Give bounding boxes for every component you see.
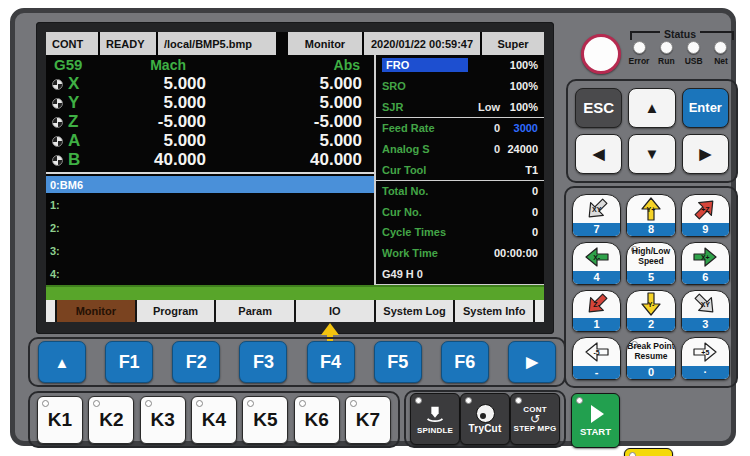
tab-scroll-left[interactable] bbox=[46, 300, 55, 322]
k1-button[interactable]: K1 bbox=[37, 396, 83, 444]
key-number: 1 bbox=[573, 318, 620, 331]
abs-column-header: Abs bbox=[242, 57, 374, 73]
esc-button[interactable]: ESC bbox=[575, 88, 622, 128]
key-led-icon bbox=[299, 400, 306, 407]
key-0-breakpoint-resume[interactable]: Break PointResume 0 bbox=[626, 337, 675, 380]
program-line: 4: bbox=[46, 262, 374, 285]
fro-label: FRO bbox=[382, 58, 468, 72]
led-error: Error bbox=[626, 41, 652, 66]
mode-cont-step-mpg-button[interactable]: CONT ↺ STEP MPG bbox=[510, 393, 560, 445]
abs-value: -5.000 bbox=[242, 112, 374, 132]
key-6-jog-x-plus[interactable]: X+ 6 bbox=[681, 242, 730, 285]
status-title-text: Status bbox=[660, 28, 700, 40]
axis-row-z: Z -5.000 -5.000 bbox=[46, 112, 374, 131]
run-led-icon bbox=[660, 41, 673, 54]
key-5-high-low-speed[interactable]: High/LowSpeed 5 bbox=[626, 242, 675, 285]
power-button[interactable] bbox=[581, 34, 621, 74]
enter-button[interactable]: Enter bbox=[682, 88, 729, 128]
key-3-jog-xy[interactable]: XY 3 bbox=[681, 290, 730, 333]
k6-button[interactable]: K6 bbox=[294, 396, 340, 444]
key-label-line: Break Point bbox=[627, 341, 674, 351]
key-number: 9 bbox=[682, 223, 729, 236]
info-row-cycletimes: Cycle Times 0 bbox=[376, 222, 544, 243]
feedrate-current: 0 bbox=[494, 122, 500, 134]
analogs-current: 0 bbox=[494, 143, 500, 155]
tab-system-info[interactable]: System Info bbox=[455, 300, 533, 322]
key-7-jog-xy[interactable]: XY 7 bbox=[572, 194, 621, 237]
tab-io[interactable]: IO bbox=[296, 300, 374, 322]
key-led-icon bbox=[196, 400, 203, 407]
tab-program[interactable]: Program bbox=[137, 300, 215, 322]
k5-button[interactable]: K5 bbox=[242, 396, 288, 444]
led-label: Net bbox=[714, 56, 728, 66]
key-led-icon bbox=[247, 400, 254, 407]
info-row-analogs: Analog S 0 24000 bbox=[376, 139, 544, 160]
spindle-icon bbox=[424, 404, 446, 426]
led-run: Run bbox=[653, 41, 679, 66]
key-number: 7 bbox=[573, 223, 620, 236]
ready-indicator: READY bbox=[100, 32, 156, 55]
f5-button[interactable]: F5 bbox=[374, 341, 422, 383]
info-row-curtool: Cur Tool T1 bbox=[376, 159, 544, 180]
page-up-button[interactable]: ▲ bbox=[38, 341, 86, 383]
sjr-label: SJR bbox=[382, 101, 474, 113]
jog-keypad: XY 7 Y+ 8 +Z 9 X- 4 High/LowSpeed 5 X+ 6… bbox=[564, 186, 738, 388]
trycut-button[interactable]: TryCut bbox=[460, 393, 510, 445]
right-arrow-button[interactable]: ▶ bbox=[682, 134, 729, 175]
axis-letter: X bbox=[68, 74, 79, 94]
f4-button[interactable]: F4 bbox=[307, 341, 355, 383]
left-arrow-button[interactable]: ◀ bbox=[575, 134, 622, 175]
k7-button[interactable]: K7 bbox=[345, 396, 391, 444]
function-key-row: ▲ F1 F2 F3 F4 F5 F6 ▶ bbox=[28, 337, 566, 387]
info-row-curno: Cur No. 0 bbox=[376, 201, 544, 222]
key-led-icon bbox=[415, 397, 422, 404]
mach-value: -5.000 bbox=[110, 112, 242, 132]
start-label: START bbox=[580, 426, 611, 437]
key-minus-step-down[interactable]: -5 - bbox=[572, 337, 621, 380]
mach-value: 40.000 bbox=[110, 150, 242, 170]
k3-button[interactable]: K3 bbox=[140, 396, 186, 444]
tab-param[interactable]: Param bbox=[216, 300, 294, 322]
info-row-sro: SRO 100% bbox=[376, 76, 544, 97]
up-arrow-button[interactable]: ▲ bbox=[628, 88, 675, 128]
axis-letter: A bbox=[68, 131, 80, 151]
key-8-jog-y-plus[interactable]: Y+ 8 bbox=[626, 194, 675, 237]
jog-axis-label: Y- bbox=[648, 301, 655, 308]
key-1-jog-z-minus[interactable]: Z- 1 bbox=[572, 290, 621, 333]
f2-button[interactable]: F2 bbox=[172, 341, 220, 383]
axis-row-x: X 5.000 5.000 bbox=[46, 74, 374, 93]
pause-button[interactable]: PAUSE bbox=[624, 448, 673, 456]
k4-button[interactable]: K4 bbox=[191, 396, 237, 444]
k2-button[interactable]: K2 bbox=[88, 396, 134, 444]
abs-value: 5.000 bbox=[242, 74, 374, 94]
led-label: USB bbox=[685, 56, 703, 66]
f3-button[interactable]: F3 bbox=[239, 341, 287, 383]
tab-scroll-right[interactable] bbox=[535, 300, 544, 322]
key-number: 6 bbox=[682, 271, 729, 284]
key-label-line: High/Low bbox=[632, 246, 670, 256]
key-dot-step-up[interactable]: +5 · bbox=[681, 337, 730, 380]
abs-value: 5.000 bbox=[242, 131, 374, 151]
tab-system-log[interactable]: System Log bbox=[376, 300, 454, 322]
spindle-button[interactable]: SPINDLE bbox=[410, 393, 460, 445]
key-label: K3 bbox=[151, 409, 175, 431]
start-button[interactable]: START bbox=[571, 393, 620, 448]
program-line-selected: 0:BM6 bbox=[46, 176, 374, 193]
key-2-jog-y-minus[interactable]: Y- 2 bbox=[626, 290, 675, 333]
jog-axis-label: XY bbox=[701, 301, 710, 308]
key-led-icon bbox=[42, 400, 49, 407]
curtool-label: Cur Tool bbox=[382, 164, 500, 176]
tab-monitor[interactable]: Monitor bbox=[57, 300, 135, 322]
datetime: 2020/01/22 00:59:47 bbox=[364, 32, 480, 55]
screen: CONT READY /local/BMP5.bmp Monitor 2020/… bbox=[46, 32, 544, 322]
f6-button[interactable]: F6 bbox=[441, 341, 489, 383]
f1-button[interactable]: F1 bbox=[105, 341, 153, 383]
status-title: Status bbox=[630, 24, 730, 42]
up-arrow-icon: ▲ bbox=[645, 99, 660, 116]
page-right-button[interactable]: ▶ bbox=[508, 341, 556, 383]
spindle-label: SPINDLE bbox=[417, 426, 453, 435]
k-key-row: K1 K2 K3 K4 K5 K6 K7 bbox=[28, 391, 400, 448]
key-9-jog-z-plus[interactable]: +Z 9 bbox=[681, 194, 730, 237]
down-arrow-button[interactable]: ▼ bbox=[628, 134, 675, 175]
key-4-jog-x-minus[interactable]: X- 4 bbox=[572, 242, 621, 285]
